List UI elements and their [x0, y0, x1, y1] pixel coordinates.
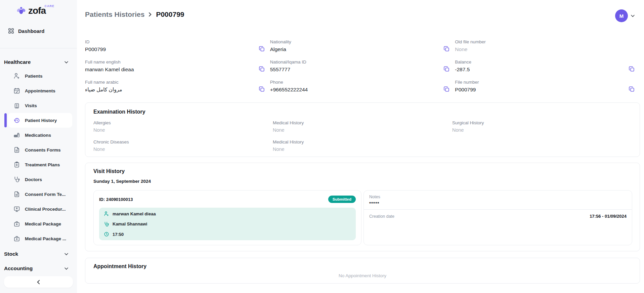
- visit-history-card: Visit History Sunday 1, September 2024 I…: [85, 163, 640, 251]
- clipboard-plus-icon: [13, 161, 20, 168]
- notes-divider: [364, 209, 632, 210]
- copy-icon[interactable]: [443, 86, 449, 92]
- sidebar: zofa CARE Dashboard Healthcare Patients: [0, 0, 77, 293]
- creation-date-label: Creation date: [369, 214, 394, 219]
- sidebar-item-medical-package[interactable]: Medical Package: [0, 216, 72, 231]
- section-label: Accounting: [4, 265, 33, 271]
- breadcrumb: Patients Histories P000799: [85, 10, 640, 19]
- healthcare-menu: Patients Appointments Visits Patient His…: [0, 69, 77, 246]
- field-full-name-arabic: Full name arabicمروان كامل ضياء: [85, 79, 270, 93]
- person-plus-icon: [13, 73, 20, 79]
- sidebar-item-doctors[interactable]: Doctors: [0, 172, 72, 187]
- medical-case-icon: [13, 220, 20, 227]
- sidebar-item-appointments[interactable]: Appointments: [0, 83, 72, 98]
- brand-flower-icon: [15, 5, 27, 17]
- appointment-history-empty-text: No Appointment History: [93, 273, 632, 278]
- chevron-down-icon: [65, 267, 68, 270]
- brand-suffix: CARE: [44, 4, 54, 8]
- sidebar-item-visits[interactable]: Visits: [0, 98, 72, 113]
- sidebar-divider: [0, 48, 77, 48]
- examination-history-title: Examination History: [93, 109, 632, 115]
- visit-date-heading: Sunday 1, September 2024: [93, 179, 632, 184]
- stethoscope-icon: [13, 176, 20, 183]
- clock-history-icon: [13, 117, 20, 124]
- field-full-name-english: Full name englishmarwan Kamel dieaa: [85, 58, 270, 73]
- chevron-down-icon: [631, 15, 635, 17]
- user-menu[interactable]: M: [615, 9, 635, 22]
- copy-icon[interactable]: [259, 66, 265, 72]
- stethoscope-icon: [104, 221, 109, 227]
- visit-summary-card[interactable]: ID: 24090100013 Submitted marwan Kamel d…: [93, 190, 361, 245]
- chevron-right-icon: [148, 12, 152, 17]
- medical-case-icon: [13, 235, 20, 242]
- copy-icon[interactable]: [629, 86, 635, 92]
- breadcrumb-root-link[interactable]: Patients Histories: [85, 10, 144, 18]
- section-label: Stock: [4, 251, 18, 257]
- copy-icon[interactable]: [443, 66, 449, 72]
- brand-name: zofa: [28, 5, 46, 16]
- copy-icon[interactable]: [443, 46, 449, 52]
- copy-icon[interactable]: [629, 66, 635, 72]
- breadcrumb-current: P000799: [156, 10, 184, 18]
- document-icon: [13, 146, 20, 153]
- person-plus-icon: [104, 211, 109, 216]
- visit-doctor-row: Kamal Shannawi: [104, 221, 351, 227]
- visit-doctor-name: Kamal Shannawi: [113, 221, 147, 226]
- sidebar-item-dashboard[interactable]: Dashboard: [4, 25, 73, 37]
- copy-icon[interactable]: [259, 86, 265, 92]
- sidebar-item-patients[interactable]: Patients: [0, 69, 72, 83]
- exam-field-medical-history-2: Medical HistoryNone: [273, 139, 452, 152]
- field-nationality: NationalityAlgeria: [270, 38, 455, 52]
- sidebar-collapse-button[interactable]: [4, 276, 73, 288]
- sidebar-section-accounting[interactable]: Accounting: [0, 264, 77, 273]
- field-phone: Phone+966552222244: [270, 79, 455, 93]
- status-badge: Submitted: [328, 196, 356, 203]
- visit-history-title: Visit History: [93, 168, 632, 174]
- chevron-down-icon: [65, 253, 68, 255]
- exam-field-surgical-history: Surgical HistoryNone: [452, 120, 632, 133]
- exam-field-medical-history: Medical HistoryNone: [273, 120, 452, 133]
- chevron-down-icon: [65, 61, 68, 64]
- visit-time-row: 17:50: [104, 232, 351, 237]
- sidebar-item-patient-history[interactable]: Patient History: [8, 113, 72, 128]
- chevron-left-icon: [37, 280, 40, 284]
- visit-time: 17:50: [113, 232, 124, 237]
- visit-id: ID: 24090100013: [99, 197, 133, 202]
- dashboard-grid-icon: [8, 28, 14, 34]
- sidebar-item-clinical-procedures[interactable]: Clinical Procedur...: [0, 202, 72, 216]
- visit-patient-row: marwan Kamel dieaa: [104, 211, 351, 216]
- sidebar-item-medications[interactable]: Medications: [0, 128, 72, 142]
- medicine-icon: [13, 132, 20, 138]
- document-icon: [13, 191, 20, 198]
- visit-notes-panel: Notes ***** Creation date 17:56 - 01/09/…: [363, 190, 632, 245]
- field-file-number: File numberP000799: [455, 79, 640, 93]
- examination-grid: AllergiesNone Medical HistoryNone Surgic…: [93, 120, 632, 152]
- visit-details-panel: marwan Kamel dieaa Kamal Shannawi 17:50: [99, 208, 356, 240]
- sidebar-section-stock[interactable]: Stock: [0, 250, 77, 258]
- appointment-history-title: Appointment History: [93, 263, 632, 269]
- patient-info-grid: IDP000799 NationalityAlgeria Old file nu…: [85, 38, 640, 93]
- sidebar-item-medical-package-2[interactable]: Medical Package ...: [0, 231, 72, 246]
- sidebar-item-consent-form-templates[interactable]: Consent Form Te...: [0, 187, 72, 202]
- monitor-plus-icon: [13, 206, 20, 212]
- sidebar-item-consents-forms[interactable]: Consents Forms: [0, 142, 72, 157]
- visit-patient-name: marwan Kamel dieaa: [113, 211, 156, 216]
- avatar[interactable]: M: [615, 9, 628, 22]
- section-label: Healthcare: [4, 59, 31, 65]
- examination-history-card: Examination History AllergiesNone Medica…: [85, 102, 640, 157]
- creation-date-value: 17:56 - 01/09/2024: [590, 214, 627, 219]
- clock-icon: [104, 232, 109, 237]
- appointment-history-card: Appointment History No Appointment Histo…: [85, 258, 640, 284]
- field-old-file-number: Old file numberNone: [455, 38, 640, 52]
- field-id: IDP000799: [85, 38, 270, 52]
- brand-logo[interactable]: zofa CARE: [15, 4, 77, 19]
- notes-label: Notes: [369, 195, 627, 199]
- main-content: Patients Histories P000799 M IDP000799 N…: [77, 0, 644, 293]
- sidebar-item-treatment-plans[interactable]: Treatment Plans: [0, 157, 72, 172]
- hospital-icon: [13, 102, 20, 109]
- copy-icon[interactable]: [259, 46, 265, 52]
- field-national-iqama-id: National/Iqama ID5557777: [270, 58, 455, 73]
- exam-field-allergies: AllergiesNone: [93, 120, 273, 133]
- calendar-check-icon: [13, 87, 20, 94]
- sidebar-section-healthcare[interactable]: Healthcare: [0, 58, 77, 66]
